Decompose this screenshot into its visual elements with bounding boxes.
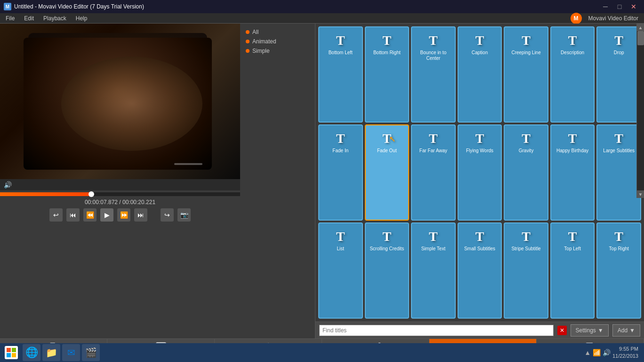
maximize-button[interactable]: □	[613, 1, 626, 12]
filter-dot	[246, 30, 250, 34]
play-button[interactable]: ▶	[100, 208, 113, 222]
title-t-icon: T	[614, 33, 623, 48]
titles-scrollbar[interactable]: ▲ ▼	[636, 24, 644, 198]
filter-animated-label: Animated	[252, 38, 276, 45]
title-card-stripe-subtitle[interactable]: T Stripe Subtitle	[504, 222, 548, 319]
title-card-creeping-line[interactable]: T Creeping Line	[504, 26, 548, 123]
close-button[interactable]: ✕	[627, 1, 640, 12]
time-separator: /	[119, 199, 122, 206]
title-card-large-subtitles[interactable]: T Large Subtitles	[596, 124, 641, 221]
title-t-icon: T	[475, 131, 484, 146]
filter-panel: All Animated Simple T Bottom Left	[240, 24, 644, 338]
title-t-icon: T	[383, 229, 392, 244]
rewind-end-button[interactable]: ⏭	[134, 208, 147, 222]
windows-icon	[5, 346, 18, 359]
person-silhouette	[61, 57, 202, 151]
title-card-top-left[interactable]: T Top Left	[550, 222, 595, 319]
video-preview	[0, 24, 240, 179]
title-card-bounce-in-to-center[interactable]: T Bounce in to Center	[411, 26, 456, 123]
snapshot-button[interactable]: 📷	[177, 208, 191, 222]
title-card-description[interactable]: T Description	[550, 26, 595, 123]
title-t-icon: T	[568, 33, 577, 48]
filter-simple-label: Simple	[252, 48, 270, 54]
title-card-fade-in[interactable]: T Fade In	[318, 124, 363, 221]
add-button[interactable]: Add ▼	[612, 324, 640, 337]
title-label: Top Right	[608, 246, 630, 252]
video-overlay-detail	[174, 163, 202, 165]
video-content	[0, 24, 240, 179]
scroll-down-arrow[interactable]: ▼	[637, 190, 644, 198]
title-t-icon: T	[429, 131, 438, 146]
title-t-icon: T	[429, 229, 438, 244]
filter-animated[interactable]: Animated	[244, 37, 311, 46]
filter-all[interactable]: All	[244, 27, 311, 37]
window-title: Untitled - Movavi Video Editor (7 Days T…	[14, 3, 144, 10]
settings-button[interactable]: Settings ▼	[571, 324, 609, 337]
undo-button[interactable]: ↩	[49, 208, 63, 222]
total-time: 00:00:20.221	[122, 199, 155, 206]
minimize-button[interactable]: ─	[599, 1, 612, 12]
title-card-small-subtitles[interactable]: T Small Subtitles	[458, 222, 502, 319]
title-t-icon: T	[475, 229, 484, 244]
progress-handle[interactable]	[89, 191, 94, 197]
title-t-icon: T	[522, 33, 531, 48]
title-card-bottom-left[interactable]: T Bottom Left	[318, 26, 363, 123]
scroll-up-arrow[interactable]: ▲	[637, 24, 644, 31]
title-card-fade-out[interactable]: T ↖ Fade Out	[365, 124, 410, 221]
settings-arrow-icon: ▼	[598, 327, 604, 334]
title-card-gravity[interactable]: T Gravity	[504, 124, 548, 221]
title-card-far-far-away[interactable]: T Far Far Away	[411, 124, 456, 221]
redo-button[interactable]: ↪	[161, 208, 174, 222]
playback-controls: ↩ ⏮ ⏪ ▶ ⏩ ⏭ ↪ 📷	[0, 206, 240, 223]
scroll-track[interactable]	[637, 31, 644, 190]
step-forward-button[interactable]: ⏩	[117, 208, 130, 222]
title-t-icon: T	[336, 33, 345, 48]
title-t-icon: T	[568, 229, 577, 244]
scroll-thumb[interactable]	[637, 31, 644, 45]
progress-bar-area[interactable]	[0, 190, 240, 198]
window-controls[interactable]: ─ □ ✕	[599, 1, 640, 12]
menu-edit[interactable]: Edit	[20, 14, 38, 23]
title-card-list[interactable]: T List	[318, 222, 363, 319]
clock-time: 9:55 PM	[612, 346, 638, 353]
preview-panel: 🔊 00:00:07.872 / 00:00:20.221 ↩ ⏮ ⏪ ▶ ⏩ …	[0, 24, 240, 338]
title-card-flying-words[interactable]: T Flying Words	[458, 124, 502, 221]
title-card-bottom-right[interactable]: T Bottom Right	[365, 26, 410, 123]
title-card-caption[interactable]: T Caption	[458, 26, 502, 123]
title-t-icon: T	[522, 131, 531, 146]
title-card-drop[interactable]: T Drop	[596, 26, 641, 123]
add-arrow-icon: ▼	[629, 327, 635, 334]
start-button[interactable]	[2, 344, 21, 361]
systray-icons: ▲ 📶 🔊	[584, 349, 611, 356]
menu-help[interactable]: Help	[72, 14, 91, 23]
system-clock: 9:55 PM 11/22/2013	[612, 346, 638, 360]
clock-date: 11/22/2013	[612, 353, 638, 360]
taskbar-explorer[interactable]: 📁	[42, 344, 60, 361]
app-icon: M	[4, 3, 11, 10]
title-label: Fade In	[331, 148, 349, 154]
title-t-icon: T	[336, 229, 345, 244]
filter-simple[interactable]: Simple	[244, 46, 311, 56]
title-label: Bounce in to Center	[413, 50, 454, 61]
taskbar-movavi[interactable]: 🎬	[82, 344, 100, 361]
progress-fill	[0, 192, 91, 196]
menu-bar: File Edit Playback Help M Movavi Video E…	[0, 13, 644, 24]
title-card-happy-birthday[interactable]: T Happy Birthday	[550, 124, 595, 221]
step-back-button[interactable]: ⏪	[83, 208, 97, 222]
search-clear-button[interactable]: ✕	[557, 326, 567, 335]
taskbar-outlook[interactable]: ✉	[62, 344, 80, 361]
menu-file[interactable]: File	[2, 14, 18, 23]
title-label: Description	[560, 50, 585, 56]
taskbar-ie[interactable]: 🌐	[23, 344, 40, 361]
menu-playback[interactable]: Playback	[40, 14, 70, 23]
title-card-top-right[interactable]: T Top Right	[596, 222, 641, 319]
title-label: Far Far Away	[419, 148, 448, 154]
volume-icon: 🔊	[4, 181, 12, 189]
progress-bar[interactable]	[0, 192, 240, 196]
search-input[interactable]	[319, 325, 554, 336]
title-card-scrolling-credits[interactable]: T Scrolling Credits	[365, 222, 410, 319]
rewind-begin-button[interactable]: ⏮	[66, 208, 80, 222]
filter-all-label: All	[252, 29, 258, 35]
title-label: Caption	[471, 50, 489, 56]
title-card-simple-text[interactable]: T Simple Text	[411, 222, 456, 319]
